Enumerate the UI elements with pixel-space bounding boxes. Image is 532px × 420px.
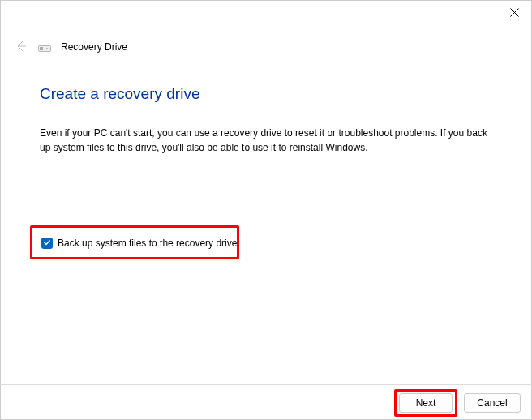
next-button[interactable]: Next xyxy=(399,393,453,413)
footer: Next Cancel xyxy=(0,384,532,420)
checkbox-row: Back up system files to the recovery dri… xyxy=(41,238,225,249)
next-button-highlight: Next xyxy=(394,389,457,417)
content-area: Create a recovery drive Even if your PC … xyxy=(1,54,531,155)
back-button[interactable] xyxy=(14,40,28,54)
cancel-button[interactable]: Cancel xyxy=(464,393,521,413)
header-row: Recovery Drive xyxy=(1,32,531,54)
drive-icon xyxy=(38,42,51,52)
back-arrow-icon xyxy=(15,40,28,55)
backup-checkbox[interactable] xyxy=(41,238,53,249)
svg-rect-1 xyxy=(40,47,43,50)
close-button[interactable] xyxy=(502,6,526,22)
close-icon xyxy=(510,8,519,19)
header-title: Recovery Drive xyxy=(61,41,127,53)
checkmark-icon xyxy=(43,238,51,249)
page-description: Even if your PC can't start, you can use… xyxy=(40,126,492,155)
titlebar xyxy=(1,1,531,32)
checkbox-highlight: Back up system files to the recovery dri… xyxy=(30,225,239,259)
svg-point-2 xyxy=(46,48,48,49)
page-heading: Create a recovery drive xyxy=(40,85,492,103)
checkbox-label: Back up system files to the recovery dri… xyxy=(58,238,240,249)
